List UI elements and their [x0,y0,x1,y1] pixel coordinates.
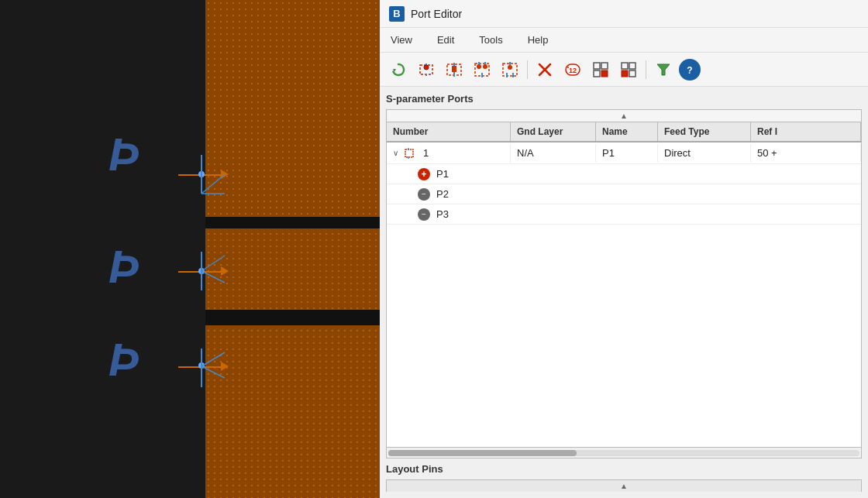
expand-arrow-1[interactable]: ∨ [393,149,398,157]
circuit-strip-mid [205,225,380,310]
svg-rect-37 [601,63,608,69]
sub-port-p1-label: P1 [436,168,449,180]
svg-rect-41 [629,63,636,69]
sub-port-p2[interactable]: − P2 [387,184,861,204]
refresh-button[interactable] [386,57,411,82]
toolbar-sep-1 [527,60,528,79]
menu-help[interactable]: Help [523,33,553,47]
arrow-2 [221,266,229,276]
svg-text:?: ? [687,65,692,76]
sub-port-p3-label: P3 [436,208,449,220]
sub-port-p2-label: P2 [436,188,449,200]
app-icon: B [389,6,405,22]
svg-rect-40 [622,63,628,69]
configure-port-button[interactable] [498,57,522,82]
snap-icon [592,61,609,78]
port-icon-1 [405,147,417,160]
svg-rect-38 [594,70,600,77]
svg-marker-44 [657,64,670,75]
svg-point-22 [477,64,481,69]
positive-port-icon: + [418,168,430,180]
menu-edit[interactable]: Edit [432,33,459,47]
port-dot-3 [198,362,205,369]
col-feed-type[interactable]: Feed Type [658,122,751,141]
circuit-strip-bot [205,321,380,498]
negative-port-icon-2: − [418,208,430,221]
table-body: ∨ 1 N/A P1 Direct [387,143,861,447]
negative-port-icon-1: − [418,188,430,201]
title-bar: B Port Editor [380,0,868,28]
svg-rect-18 [452,66,456,72]
table-scroll-up[interactable]: ▲ [387,110,861,122]
table-header: Number Gnd Layer Name Feed Type Ref I [387,122,861,143]
add-port-icon [418,61,435,78]
sparameter-table: ▲ Number Gnd Layer Name Feed Type Ref I … [386,109,862,459]
configure-port-icon [501,61,518,78]
port-editor-panel: B Port Editor View Edit Tools Help [380,0,868,498]
help-button[interactable]: ? [679,59,701,81]
single-port-icon [446,61,463,78]
align-icon [620,61,637,78]
number-button[interactable]: 12 • [560,57,585,82]
content-area: S-parameter Ports ▲ Number Gnd Layer Nam… [380,87,868,498]
port-dot-2 [198,268,205,274]
port-symbol [405,147,417,160]
sub-port-p3[interactable]: − P3 [387,204,861,225]
menu-bar: View Edit Tools Help [380,28,868,53]
multi-port-button[interactable] [470,57,494,82]
toolbar-sep-2 [646,60,646,79]
col-ref-impedance[interactable]: Ref I [751,122,861,141]
snap-button[interactable] [588,57,613,82]
svg-rect-39 [601,70,608,77]
svg-rect-47 [405,149,413,157]
refresh-icon [391,62,406,77]
layout-pins-title: Layout Pins [386,463,443,475]
help-icon: ? [682,62,698,77]
table-scrollbar[interactable] [387,447,861,458]
svg-point-28 [508,65,512,70]
svg-rect-42 [622,70,628,77]
circuit-strip-top [205,0,380,221]
multi-port-icon [474,61,491,78]
row-1-gnd: N/A [511,144,596,162]
table-row[interactable]: ∨ 1 N/A P1 Direct [387,143,861,164]
sparameter-section-title: S-parameter Ports [386,93,862,105]
number-icon: 12 • [564,61,581,78]
component-label-1: Þ [108,128,140,181]
svg-text:12: 12 [569,67,577,74]
component-label-3: Þ [108,333,140,386]
scrollbar-thumb[interactable] [388,450,577,456]
col-gnd-layer[interactable]: Gnd Layer [511,122,596,141]
filter-button[interactable] [651,57,676,82]
app-title: Port Editor [411,8,462,20]
row-1-feed: Direct [658,144,751,162]
svg-point-14 [424,65,429,70]
col-name[interactable]: Name [596,122,658,141]
align-button[interactable] [616,57,641,82]
row-1-name: P1 [596,144,658,162]
row-1-number: ∨ 1 [387,144,511,163]
scroll-up-arrow: ▲ [620,112,628,120]
add-port-button[interactable] [414,57,439,82]
row-1-ref: 50 + [751,144,861,162]
component-label-2: Þ [108,240,140,294]
delete-button[interactable] [532,57,557,82]
circuit-canvas: Þ Þ Þ [0,0,380,498]
svg-point-24 [483,64,487,69]
sub-port-p1[interactable]: + P1 [387,164,861,184]
arrow-1 [221,170,229,179]
layout-pins-scroll-arrow: ▲ [620,482,628,490]
delete-icon [537,62,553,77]
menu-tools[interactable]: Tools [474,33,507,47]
col-number[interactable]: Number [387,122,511,141]
layout-pins-scroll[interactable]: ▲ [386,479,862,492]
filter-icon [656,62,671,77]
svg-rect-36 [594,63,600,69]
port-dot-1 [198,171,205,177]
layout-pins-section: Layout Pins ▲ [386,463,862,492]
scrollbar-track[interactable] [388,450,859,456]
single-port-button[interactable] [442,57,467,82]
menu-view[interactable]: View [386,33,417,47]
layout-pins-header: Layout Pins [386,463,862,479]
toolbar: 12 • [380,53,868,87]
